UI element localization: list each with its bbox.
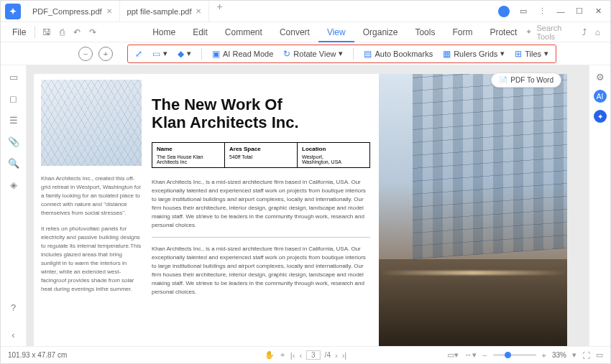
tab-organize[interactable]: Organize [354, 22, 407, 42]
print-icon[interactable]: ⎙ [55, 27, 69, 37]
rotate-icon: ↻ [283, 49, 290, 59]
view-options-group: ⤢ ▭▾ ◆▾ ▣AI Read Mode ↻Rotate View▾ ▤Aut… [127, 45, 556, 63]
tiles-button[interactable]: ⊞Tiles▾ [515, 49, 548, 59]
select-tool-icon[interactable]: ⌖ [280, 350, 285, 360]
cell-value: The Sea House Klan [157, 154, 220, 159]
ai-tools-icon[interactable]: ✦ [594, 110, 607, 123]
page-middle-column: The New Work Of Klan Architects Inc. Nam… [149, 74, 379, 346]
tab-home[interactable]: Home [144, 22, 184, 42]
zoom-in-button[interactable]: + [98, 47, 113, 61]
help-icon[interactable]: ? [8, 302, 19, 313]
tab-view[interactable]: View [318, 22, 354, 42]
maximize-button[interactable]: ☐ [574, 6, 584, 17]
headline-line1: The New Work Of [152, 95, 370, 113]
mid-paragraph-1: Khan Architects Inc., is a mid-sized arc… [152, 178, 370, 230]
ruler-icon: ▦ [443, 49, 451, 59]
close-icon[interactable]: ✕ [196, 7, 201, 15]
fit-width-icon[interactable]: ↔▾ [464, 350, 477, 360]
hand-tool-icon[interactable]: ✋ [265, 350, 275, 360]
page-number-input[interactable]: 3 [306, 350, 321, 360]
mid-paragraph-2: Khan Architects Inc., is a mid-sized arc… [152, 245, 370, 297]
undo-icon[interactable]: ↶ [69, 27, 85, 37]
tab-tools[interactable]: Tools [406, 22, 444, 42]
divider [152, 237, 370, 238]
right-sidebar: ⚙ AI ✦ [589, 65, 610, 346]
view-mode-icon[interactable]: ▭▾ [447, 350, 459, 360]
home-icon[interactable]: ⌂ [591, 27, 605, 37]
thumbnails-icon[interactable]: ▭ [8, 71, 19, 83]
cursor-coordinates: 101.93 x 47.87 cm [8, 351, 67, 359]
label: AI Read Mode [223, 50, 273, 58]
bookmarks-icon[interactable]: ◻ [8, 93, 19, 104]
word-icon: 📄 [499, 76, 507, 84]
properties-icon[interactable]: ⚙ [594, 71, 606, 83]
table-cell-name: Name The Sea House Klan Architects Inc [152, 143, 225, 167]
close-window-button[interactable]: ✕ [593, 6, 603, 17]
cell-value: Westport, [302, 154, 365, 159]
background-button[interactable]: ◆▾ [178, 49, 191, 59]
cell-value: Washington, USA [302, 159, 365, 164]
first-page-button[interactable]: |‹ [290, 351, 295, 360]
view-toolbar: − + ⤢ ▭▾ ◆▾ ▣AI Read Mode ↻Rotate View▾ … [1, 42, 610, 65]
tab-ppt-sample[interactable]: ppt file-sample.pdf ✕ [120, 1, 210, 22]
presentation-icon[interactable]: ▭ [596, 350, 603, 360]
file-menu[interactable]: File [6, 27, 32, 37]
tab-convert[interactable]: Convert [271, 22, 318, 42]
zoom-out-button[interactable]: − [78, 47, 93, 61]
headline-line2: Klan Architects Inc. [152, 113, 370, 131]
tab-protect[interactable]: Protect [481, 22, 525, 42]
sparkle-icon: ✦ [525, 27, 532, 37]
window-more-icon[interactable]: ⋮ [537, 6, 547, 17]
chevron-down-icon[interactable]: ▾ [572, 350, 576, 360]
ai-read-mode-button[interactable]: ▣AI Read Mode [212, 49, 273, 59]
next-page-button[interactable]: › [335, 351, 338, 360]
collapse-left-icon[interactable]: ‹ [8, 329, 19, 340]
ai-assistant-icon[interactable]: AI [594, 90, 607, 103]
app-logo-icon: ✦ [5, 4, 21, 19]
add-tab-button[interactable]: + [209, 1, 229, 22]
tab-comment[interactable]: Comment [216, 22, 271, 42]
slider-thumb[interactable] [505, 352, 511, 358]
headline: The New Work Of Klan Architects Inc. [152, 95, 370, 132]
statusbar: 101.93 x 47.87 cm ✋ ⌖ |‹ ‹ 3 /4 › ›| ▭▾ … [1, 346, 610, 363]
tab-form[interactable]: Form [444, 22, 481, 42]
tab-edit[interactable]: Edit [184, 22, 216, 42]
zoom-tools: − + [78, 47, 113, 61]
layers-icon[interactable]: ◈ [8, 179, 19, 190]
separator [201, 48, 202, 60]
fit-page-button[interactable]: ⤢ [135, 49, 142, 59]
zoom-in-icon[interactable]: + [542, 351, 546, 360]
comments-icon[interactable]: ☰ [8, 114, 19, 126]
rulers-grids-button[interactable]: ▦Rulers Grids▾ [443, 49, 505, 59]
window-menu-icon[interactable]: ▭ [518, 6, 528, 17]
user-avatar-icon[interactable] [498, 6, 510, 17]
document-canvas[interactable]: 📄 PDF To Word Khan Architects Inc., crea… [27, 65, 589, 346]
separator [353, 48, 354, 60]
zoom-slider[interactable] [493, 354, 536, 356]
close-icon[interactable]: ✕ [106, 7, 112, 15]
share-icon[interactable]: ⤴ [578, 27, 591, 37]
left-sidebar: ▭ ◻ ☰ 📎 🔍 ◈ ? ‹ [1, 65, 27, 346]
statusbar-right: ▭▾ ↔▾ − + 33% ▾ ⛶ ▭ [447, 350, 603, 360]
prev-page-button[interactable]: ‹ [299, 351, 302, 360]
attachments-icon[interactable]: 📎 [8, 136, 19, 147]
tab-pdf-compress[interactable]: PDF_Compress.pdf ✕ [25, 1, 120, 22]
search-panel-icon[interactable]: 🔍 [8, 157, 19, 169]
rotate-view-button[interactable]: ↻Rotate View▾ [283, 49, 343, 59]
label: Rotate View [293, 50, 336, 58]
workspace: ▭ ◻ ☰ 📎 🔍 ◈ ? ‹ 📄 PDF To Word Khan Archi… [1, 65, 610, 346]
pdf-to-word-button[interactable]: 📄 PDF To Word [491, 73, 561, 88]
left-paragraph-1: Khan Architects Inc., created this off-g… [41, 174, 142, 218]
cell-header: Name [157, 146, 220, 152]
last-page-button[interactable]: ›| [342, 351, 347, 360]
zoom-out-icon[interactable]: − [482, 351, 487, 360]
left-paragraph-2: It relies on photovoltaic panels for ele… [41, 225, 142, 294]
fullscreen-icon[interactable]: ⛶ [582, 351, 590, 360]
auto-bookmarks-button[interactable]: ▤Auto Bookmarks [364, 49, 433, 59]
page-layout-button[interactable]: ▭▾ [152, 49, 167, 59]
drop-icon: ◆ [178, 49, 184, 59]
minimize-button[interactable]: — [556, 6, 566, 17]
redo-icon[interactable]: ↷ [85, 27, 101, 37]
search-tools[interactable]: ✦ Search Tools [525, 24, 577, 41]
save-icon[interactable]: 🖫 [38, 27, 55, 37]
